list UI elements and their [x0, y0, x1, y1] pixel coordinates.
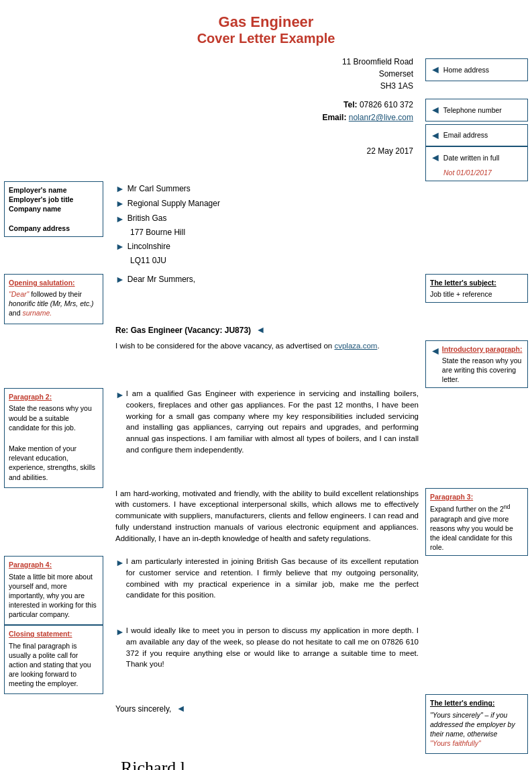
paragraph2-body1: State the reasons why you would be a sui…	[9, 403, 99, 432]
employer-name: Mr Carl Summers	[127, 183, 191, 195]
email-link[interactable]: nolanr2@live.com	[349, 113, 413, 122]
closing-section: Yours sincerely, ◄ The letter's ending: …	[0, 694, 532, 754]
introductory-title: Introductory paragraph:	[442, 344, 523, 354]
employer-company: British Gas	[127, 212, 167, 225]
company-name-label: Company name	[9, 204, 99, 213]
contact-section: Tel: 07826 610 372 Email: nolanr2@live.c…	[0, 99, 532, 146]
salutation-ann-body: "Dear" followed by their honorific title…	[9, 289, 99, 318]
signature-section: Richard.l ◄ Signature	[0, 754, 532, 770]
email-label: Email:	[322, 113, 346, 122]
closing-text: Yours sincerely,	[115, 704, 171, 714]
home-address-label: Home address	[443, 65, 489, 75]
p3-section: I am hard-working, motivated and friendl…	[0, 488, 532, 557]
date-annotation: ◄ Date written in full Not 01/01/2017	[425, 146, 528, 181]
date-line: 22 May 2017	[110, 146, 419, 156]
main-title: Gas Engineer	[0, 13, 532, 31]
closing-para-text: I would ideally like to meet you in pers…	[126, 625, 419, 670]
paragraph4-body: State a little bit more about yourself a…	[9, 572, 99, 620]
letters-subject-title: The letter's subject:	[430, 278, 523, 287]
tel-label: Tel:	[343, 100, 357, 109]
closing-statement-body: The final paragraph is usually a polite …	[9, 641, 99, 689]
p2-section: Paragraph 2: State the reasons why you w…	[0, 388, 532, 488]
salutation-text: Dear Mr Summers,	[127, 275, 195, 284]
closing-para-section: Closing statement: The final paragraph i…	[0, 625, 532, 694]
company-address-label: Company address	[9, 224, 99, 233]
paragraph2-text: I am a qualified Gas Engineer with exper…	[126, 388, 419, 455]
employer-addr1: 177 Bourne Hill	[115, 226, 419, 239]
addr-line3: SH3 1AS	[380, 81, 413, 91]
letters-ending-body: "Yours sincerely" – if you addressed the…	[430, 710, 523, 749]
employer-block: ► Mr Carl Summers ► Regional Supply Mana…	[110, 181, 419, 267]
employer-addr2: Lincolnshire	[127, 240, 170, 253]
tel-value: 07826 610 372	[360, 100, 413, 109]
paragraph4-text: I am particularly interested in joining …	[126, 556, 419, 601]
employer-addr3: LQ11 0JU	[115, 254, 419, 267]
employer-title: Regional Supply Manager	[127, 197, 220, 210]
title-section: Gas Engineer Cover Letter Example	[0, 13, 532, 46]
yours-faithfully: "Yours faithfully"	[430, 739, 481, 747]
not-date-note: Not 01/01/2017	[430, 168, 523, 177]
addr-line1: 11 Broomfield Road	[342, 57, 413, 66]
introductory-annotation: ◄ Introductory paragraph: State the reas…	[425, 340, 528, 389]
contact-block: Tel: 07826 610 372 Email: nolanr2@live.c…	[110, 99, 419, 124]
cvplaza-link[interactable]: cvplaza.com	[334, 342, 377, 350]
subject-text: Re: Gas Engineer (Vacancy: JU873)	[115, 326, 251, 335]
p4-section: Paragraph 4: State a little bit more abo…	[0, 556, 532, 625]
letters-subject-body: Job title + reference	[430, 290, 492, 298]
email-label-ann: Email address	[443, 130, 488, 140]
address-section: 11 Broomfield Road Somerset SH3 1AS ◄ Ho…	[0, 56, 532, 99]
paragraph3-title: Paragraph 3:	[430, 492, 523, 501]
intro-text: I wish to be considered for the above va…	[115, 342, 380, 350]
signature-block: Richard.l ◄	[110, 758, 419, 770]
employer-names-annotation: Employer's name Employer's job title Com…	[4, 181, 103, 237]
paragraph3-annotation: Paragraph 3: Expand further on the 2nd p…	[425, 488, 528, 557]
home-address-block: 11 Broomfield Road Somerset SH3 1AS	[110, 56, 419, 92]
page: Gas Engineer Cover Letter Example 11 Bro…	[0, 0, 532, 770]
date-section: 22 May 2017 ◄ Date written in full Not 0…	[0, 146, 532, 181]
paragraph3-text: I am hard-working, motivated and friendl…	[115, 489, 419, 542]
home-address-annotation: ◄ Home address	[425, 58, 528, 81]
introductory-body: State the reason why you are writing thi…	[442, 356, 522, 383]
paragraph2-block: ► I am a qualified Gas Engineer with exp…	[110, 388, 419, 455]
closing-para-block: ► I would ideally like to meet you in pe…	[110, 625, 419, 670]
paragraph4-title: Paragraph 4:	[9, 560, 99, 569]
paragraph3-body: Expand further on the 2nd paragraph and …	[430, 505, 513, 551]
salutation-section: Opening salutation: "Dear" followed by t…	[0, 274, 532, 324]
signature-script: Richard.l	[121, 758, 419, 770]
salutation-block: ► Dear Mr Summers,	[110, 274, 419, 285]
closing-statement-title: Closing statement:	[9, 629, 99, 638]
subject-block: Re: Gas Engineer (Vacancy: JU873) ◄	[110, 324, 419, 335]
addr-line2: Somerset	[379, 69, 413, 79]
paragraph4-block: ► I am particularly interested in joinin…	[110, 556, 419, 601]
salutation-annotation: Opening salutation: "Dear" followed by t…	[4, 274, 103, 324]
telephone-annotation: ◄ Telephone number	[425, 99, 528, 122]
date-written-label: Date written in full	[443, 153, 499, 162]
paragraph2-body2: Make mention of your relevant education,…	[9, 444, 99, 482]
letters-ending-title: The letter's ending:	[430, 698, 523, 708]
subject-section: Re: Gas Engineer (Vacancy: JU873) ◄	[0, 324, 532, 340]
paragraph4-annotation: Paragraph 4: State a little bit more abo…	[4, 556, 103, 625]
intro-para-section: I wish to be considered for the above va…	[0, 340, 532, 389]
letters-subject-annotation: The letter's subject: Job title + refere…	[425, 274, 528, 303]
date-value: 22 May 2017	[367, 146, 413, 156]
paragraph3-block: I am hard-working, motivated and friendl…	[110, 488, 419, 544]
employer-section: Employer's name Employer's job title Com…	[0, 181, 532, 274]
intro-paragraph: I wish to be considered for the above va…	[110, 340, 419, 352]
closing-statement-annotation: Closing statement: The final paragraph i…	[4, 625, 103, 694]
sub-title: Cover Letter Example	[0, 31, 532, 46]
closing-block: Yours sincerely, ◄	[110, 701, 419, 716]
employers-job-title-label: Employer's job title	[9, 195, 99, 204]
email-annotation: ◄ Email address	[425, 124, 528, 147]
opening-salutation-title: Opening salutation:	[9, 278, 99, 287]
paragraph2-annotation: Paragraph 2: State the reasons why you w…	[4, 388, 103, 488]
telephone-label: Telephone number	[443, 105, 502, 115]
employers-name-label: Employer's name	[9, 185, 99, 195]
paragraph2-title: Paragraph 2:	[9, 392, 99, 401]
letters-ending-annotation: The letter's ending: "Yours sincerely" –…	[425, 694, 528, 754]
